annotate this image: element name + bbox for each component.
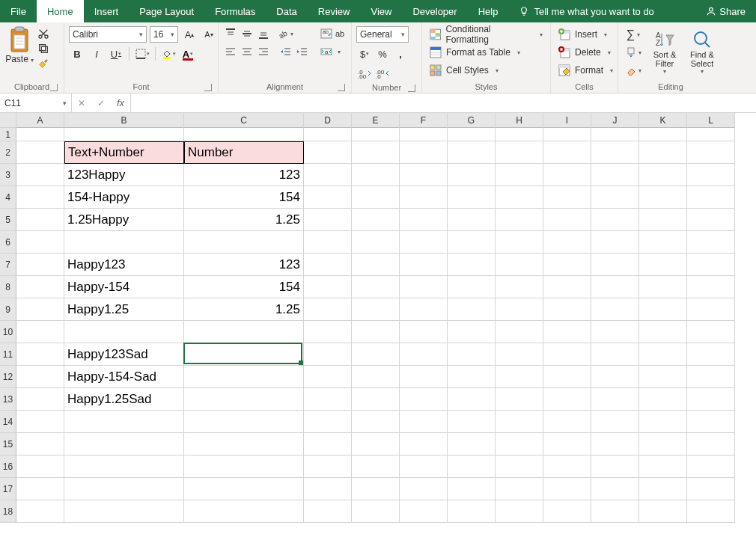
cell-B18[interactable]: [64, 500, 184, 523]
comma-format-button[interactable]: ,: [392, 46, 409, 62]
cell-F3[interactable]: [400, 164, 448, 186]
tab-developer[interactable]: Developer: [402, 0, 467, 22]
cell-F12[interactable]: [400, 366, 448, 388]
cell-L6[interactable]: [687, 231, 735, 254]
font-name-combo[interactable]: Calibri▾: [69, 26, 147, 43]
cell-D8[interactable]: [304, 276, 352, 298]
cell-G1[interactable]: [448, 128, 496, 141]
cell-G6[interactable]: [448, 231, 496, 254]
cell-D16[interactable]: [304, 455, 352, 478]
cell-B10[interactable]: [64, 321, 184, 343]
cell-K2[interactable]: [639, 141, 687, 164]
col-header-A[interactable]: A: [16, 113, 64, 128]
underline-button[interactable]: U: [108, 46, 124, 62]
cell-I17[interactable]: [543, 478, 591, 500]
row-header-8[interactable]: 8: [0, 276, 16, 298]
row-header-3[interactable]: 3: [0, 164, 16, 186]
cell-G17[interactable]: [448, 478, 496, 500]
align-center-button[interactable]: [240, 44, 254, 59]
col-header-B[interactable]: B: [64, 113, 184, 128]
percent-format-button[interactable]: %: [374, 46, 391, 62]
cell-J11[interactable]: [591, 343, 639, 366]
cell-F4[interactable]: [400, 186, 448, 209]
cell-L15[interactable]: [687, 433, 735, 455]
cell-I2[interactable]: [543, 141, 591, 164]
cell-C10[interactable]: [184, 321, 304, 343]
col-header-G[interactable]: G: [448, 113, 496, 128]
cell-K8[interactable]: [639, 276, 687, 298]
col-header-F[interactable]: F: [400, 113, 448, 128]
cell-A10[interactable]: [16, 321, 64, 343]
cell-A15[interactable]: [16, 433, 64, 455]
cell-D18[interactable]: [304, 500, 352, 523]
cell-B15[interactable]: [64, 433, 184, 455]
row-header-15[interactable]: 15: [0, 433, 16, 455]
cell-B3[interactable]: 123Happy: [64, 164, 184, 186]
cell-L12[interactable]: [687, 366, 735, 388]
cell-E6[interactable]: [352, 231, 400, 254]
cell-G15[interactable]: [448, 433, 496, 455]
cell-H16[interactable]: [496, 455, 543, 478]
cell-G16[interactable]: [448, 455, 496, 478]
cell-D3[interactable]: [304, 164, 352, 186]
cell-G18[interactable]: [448, 500, 496, 523]
cell-K18[interactable]: [639, 500, 687, 523]
cell-I8[interactable]: [543, 276, 591, 298]
cell-L7[interactable]: [687, 254, 735, 276]
cell-B4[interactable]: 154-Happy: [64, 186, 184, 209]
cell-D14[interactable]: [304, 411, 352, 433]
cell-C11[interactable]: [184, 343, 304, 366]
cell-H9[interactable]: [496, 298, 543, 321]
cell-K1[interactable]: [639, 128, 687, 141]
cell-C14[interactable]: [184, 411, 304, 433]
cell-I1[interactable]: [543, 128, 591, 141]
cell-C9[interactable]: 1.25: [184, 298, 304, 321]
cell-J6[interactable]: [591, 231, 639, 254]
cell-B6[interactable]: [64, 231, 184, 254]
tab-file[interactable]: File: [0, 0, 37, 22]
font-size-combo[interactable]: 16▾: [150, 26, 178, 43]
align-left-button[interactable]: [223, 44, 238, 59]
cell-L10[interactable]: [687, 321, 735, 343]
italic-button[interactable]: I: [88, 46, 105, 62]
fill-button[interactable]: [623, 44, 644, 61]
cell-D17[interactable]: [304, 478, 352, 500]
cell-C5[interactable]: 1.25: [184, 209, 304, 231]
cell-I5[interactable]: [543, 209, 591, 231]
cell-A5[interactable]: [16, 209, 64, 231]
cell-D11[interactable]: [304, 343, 352, 366]
cell-I11[interactable]: [543, 343, 591, 366]
cell-D6[interactable]: [304, 231, 352, 254]
row-header-14[interactable]: 14: [0, 411, 16, 433]
cell-H7[interactable]: [496, 254, 543, 276]
cell-E18[interactable]: [352, 500, 400, 523]
cell-K4[interactable]: [639, 186, 687, 209]
cell-D5[interactable]: [304, 209, 352, 231]
cell-J12[interactable]: [591, 366, 639, 388]
cancel-formula-button[interactable]: ✕: [72, 98, 91, 108]
cell-I13[interactable]: [543, 388, 591, 411]
cell-E16[interactable]: [352, 455, 400, 478]
cell-H1[interactable]: [496, 128, 543, 141]
dialog-launcher-icon[interactable]: [50, 84, 58, 91]
cell-C13[interactable]: [184, 388, 304, 411]
cell-A1[interactable]: [16, 128, 64, 141]
cell-C8[interactable]: 154: [184, 276, 304, 298]
cell-F13[interactable]: [400, 388, 448, 411]
cell-H11[interactable]: [496, 343, 543, 366]
cell-G10[interactable]: [448, 321, 496, 343]
insert-function-button[interactable]: fx: [111, 98, 130, 108]
format-cells-button[interactable]: Format: [555, 62, 616, 79]
cell-G5[interactable]: [448, 209, 496, 231]
cell-F18[interactable]: [400, 500, 448, 523]
cell-I3[interactable]: [543, 164, 591, 186]
cell-D10[interactable]: [304, 321, 352, 343]
dialog-launcher-icon[interactable]: [204, 84, 212, 91]
cell-F6[interactable]: [400, 231, 448, 254]
cell-L17[interactable]: [687, 478, 735, 500]
cell-J13[interactable]: [591, 388, 639, 411]
cell-J10[interactable]: [591, 321, 639, 343]
cell-E3[interactable]: [352, 164, 400, 186]
row-header-16[interactable]: 16: [0, 455, 16, 478]
cell-B2[interactable]: Text+Number: [64, 141, 184, 164]
